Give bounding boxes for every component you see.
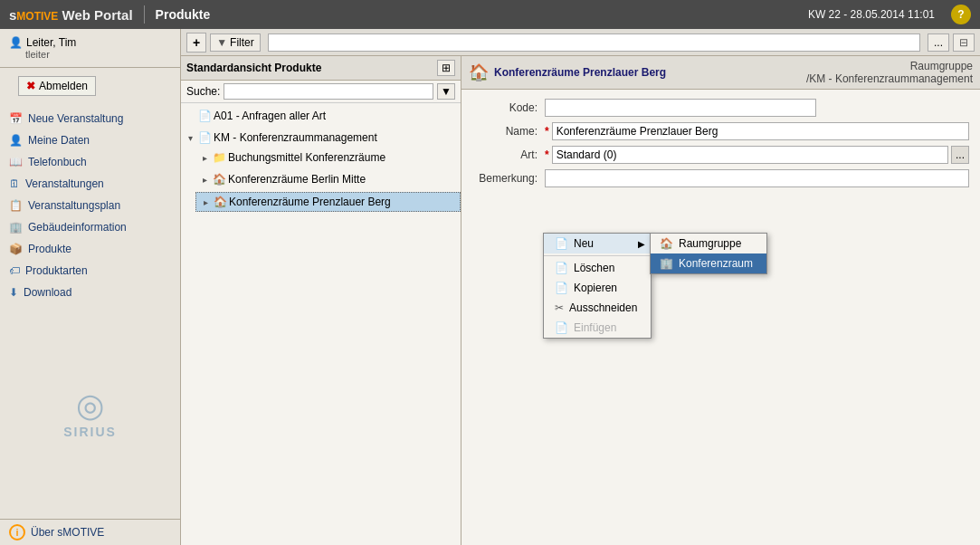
calendar-plus-icon: 📅 bbox=[9, 112, 23, 125]
user-info: 👤 Leiter, Tim tleiter bbox=[0, 29, 180, 68]
tree-search-input[interactable] bbox=[224, 83, 433, 100]
search-dropdown-button[interactable]: ▼ bbox=[437, 83, 455, 100]
ctx-separator-1 bbox=[544, 255, 651, 256]
sidebar-item-download[interactable]: ⬇ Download bbox=[0, 282, 180, 303]
sidebar-nav: 📅 Neue Veranstaltung 👤 Meine Daten 📖 Tel… bbox=[0, 104, 180, 307]
kode-input[interactable] bbox=[545, 99, 816, 117]
view-toggle-button[interactable]: ⊞ bbox=[437, 60, 455, 76]
toolbar-options-button[interactable]: ... bbox=[928, 33, 949, 52]
tree-node-row-prenzlauer-berg[interactable]: ▸ 🏠 Konferenzräume Prenzlauer Berg bbox=[195, 192, 461, 212]
copy-icon: 📄 bbox=[555, 282, 568, 294]
conference-icon: 🏢 bbox=[660, 257, 673, 270]
info-icon: i bbox=[9, 524, 25, 540]
building-icon: 🏢 bbox=[9, 221, 23, 234]
logout-button[interactable]: ✖ Abmelden bbox=[18, 76, 96, 96]
name-required: * bbox=[545, 125, 549, 138]
tree-node-a01: 📄 A01 - Anfragen aller Art bbox=[181, 105, 461, 127]
about-smotive-link[interactable]: i Über sMOTIVE bbox=[0, 519, 180, 545]
sidebar-item-meine-daten[interactable]: 👤 Meine Daten bbox=[0, 129, 180, 151]
art-required: * bbox=[545, 148, 549, 161]
cut-icon: ✂ bbox=[555, 301, 564, 314]
sidebar-item-neue-veranstaltung[interactable]: 📅 Neue Veranstaltung bbox=[0, 108, 180, 129]
name-input[interactable] bbox=[552, 122, 969, 140]
ctx-item-neu[interactable]: 📄 Neu bbox=[544, 234, 651, 253]
breadcrumb: Raumgruppe /KM - Konferenzraummanagement bbox=[806, 60, 973, 85]
house-icon-berlin-mitte: 🏠 bbox=[212, 172, 226, 186]
house-icon-raumgruppe: 🏠 bbox=[660, 237, 673, 250]
sidebar-item-produktarten[interactable]: 🏷 Produktarten bbox=[0, 260, 180, 282]
record-title: 🏠 Konferenzräume Prenzlauer Berg bbox=[469, 62, 666, 82]
left-pane-title: Standardansicht Produkte bbox=[186, 62, 321, 74]
calendar-icon: 🗓 bbox=[9, 177, 20, 190]
tree-node-row-buchungsmittel[interactable]: ▸ 📁 Buchungsmittel Konferenzräume bbox=[195, 148, 461, 167]
art-row: Art: * ... bbox=[472, 146, 969, 164]
submenu: 🏠 Raumgruppe 🏢 Konferenzraum bbox=[650, 233, 767, 274]
house-icon-prenzlauer-berg: 🏠 bbox=[213, 195, 227, 209]
tree-toggle-prenzlauer-berg[interactable]: ▸ bbox=[200, 196, 211, 207]
bemerkung-input[interactable] bbox=[545, 169, 969, 187]
art-browse-button[interactable]: ... bbox=[951, 146, 969, 164]
left-pane-header: Standardansicht Produkte ⊞ bbox=[181, 56, 461, 81]
right-pane-header: 🏠 Konferenzräume Prenzlauer Berg Raumgru… bbox=[461, 56, 980, 90]
art-input-group: ... bbox=[552, 146, 969, 164]
tree-label-buchungsmittel: Buchungsmittel Konferenzräume bbox=[228, 151, 385, 164]
sidebar-item-veranstaltungsplan[interactable]: 📋 Veranstaltungsplan bbox=[0, 195, 180, 216]
datetime: KW 22 - 28.05.2014 11:01 bbox=[808, 8, 935, 21]
house-icon-record: 🏠 bbox=[469, 62, 489, 82]
ctx-item-kopieren[interactable]: 📄 Kopieren bbox=[544, 278, 651, 298]
app-title: Produkte bbox=[156, 7, 211, 22]
new-icon: 📄 bbox=[555, 237, 568, 250]
delete-icon: 📄 bbox=[555, 262, 568, 274]
tree-label-a01: A01 - Anfragen aller Art bbox=[214, 110, 326, 122]
add-button[interactable]: + bbox=[186, 33, 206, 53]
sidebar-item-gebaeudeinformation[interactable]: 🏢 Gebäudeinformation bbox=[0, 216, 180, 238]
tree-toggle-a01[interactable] bbox=[185, 110, 195, 121]
left-pane: Standardansicht Produkte ⊞ Suche: ▼ bbox=[181, 56, 461, 545]
toolbar-filter2-button[interactable]: ⊟ bbox=[953, 33, 975, 52]
tag-icon: 🏷 bbox=[9, 264, 20, 277]
filter-button[interactable]: ▼ Filter bbox=[210, 33, 261, 52]
filter-icon: ▼ bbox=[216, 36, 227, 49]
header: sMOTIVE Web Portal Produkte KW 22 - 28.0… bbox=[0, 0, 980, 29]
tree-node-prenzlauer-berg: ▸ 🏠 Konferenzräume Prenzlauer Berg bbox=[195, 190, 461, 214]
form-area: Kode: Name: * Art: * bbox=[461, 90, 980, 202]
submenu-item-raumgruppe[interactable]: 🏠 Raumgruppe bbox=[651, 234, 766, 253]
tree-toggle-km[interactable]: ▾ bbox=[185, 132, 195, 143]
sirius-logo: ◎ SIRIUS bbox=[0, 307, 180, 519]
context-menu: 📄 Neu 📄 Löschen 📄 Kopieren ✂ Ausschneide… bbox=[543, 233, 652, 339]
submenu-item-konferenzraum[interactable]: 🏢 Konferenzraum bbox=[651, 253, 766, 273]
download-icon: ⬇ bbox=[9, 286, 18, 299]
paste-icon: 📄 bbox=[555, 321, 568, 334]
tree-node-buchungsmittel: ▸ 📁 Buchungsmittel Konferenzräume bbox=[195, 147, 461, 168]
folder-icon-buchungsmittel: 📁 bbox=[212, 150, 226, 165]
close-icon: ✖ bbox=[26, 80, 35, 92]
view-icon: ⊞ bbox=[442, 62, 451, 74]
kode-row: Kode: bbox=[472, 99, 969, 117]
global-search-input[interactable] bbox=[268, 33, 920, 52]
product-tree: 📄 A01 - Anfragen aller Art ▾ 📄 KM - Konf… bbox=[181, 103, 461, 545]
name-label: Name: bbox=[472, 125, 545, 138]
doc-icon-km: 📄 bbox=[197, 130, 212, 145]
global-search-box bbox=[268, 33, 920, 52]
panes: Standardansicht Produkte ⊞ Suche: ▼ bbox=[181, 56, 980, 545]
main-layout: 👤 Leiter, Tim tleiter ✖ Abmelden 📅 Neue … bbox=[0, 29, 980, 545]
sidebar-item-veranstaltungen[interactable]: 🗓 Veranstaltungen bbox=[0, 173, 180, 195]
tree-toggle-berlin-mitte[interactable]: ▸ bbox=[199, 174, 210, 185]
plan-icon: 📋 bbox=[9, 199, 23, 212]
art-input[interactable] bbox=[552, 146, 948, 164]
right-pane: 🏠 Konferenzräume Prenzlauer Berg Raumgru… bbox=[461, 56, 980, 545]
tree-toggle-buchungsmittel[interactable]: ▸ bbox=[199, 152, 210, 163]
user-sub-label: tleiter bbox=[9, 49, 171, 60]
ctx-item-einfuegen: 📄 Einfügen bbox=[544, 318, 651, 338]
ctx-item-ausschneiden[interactable]: ✂ Ausschneiden bbox=[544, 298, 651, 318]
help-button[interactable]: ? bbox=[951, 5, 971, 24]
ctx-item-loeschen[interactable]: 📄 Löschen bbox=[544, 258, 651, 278]
tree-label-km: KM - Konferenzraummanagement bbox=[214, 131, 377, 144]
sidebar-item-telefonbuch[interactable]: 📖 Telefonbuch bbox=[0, 151, 180, 173]
user-icon: 👤 bbox=[9, 36, 23, 49]
tree-label-prenzlauer-berg: Konferenzräume Prenzlauer Berg bbox=[229, 196, 391, 208]
tree-node-row-a01[interactable]: 📄 A01 - Anfragen aller Art bbox=[181, 107, 461, 125]
tree-node-row-km[interactable]: ▾ 📄 KM - Konferenzraummanagement bbox=[181, 129, 461, 147]
sidebar-item-produkte[interactable]: 📦 Produkte bbox=[0, 238, 180, 260]
tree-node-row-berlin-mitte[interactable]: ▸ 🏠 Konferenzräume Berlin Mitte bbox=[195, 170, 461, 188]
